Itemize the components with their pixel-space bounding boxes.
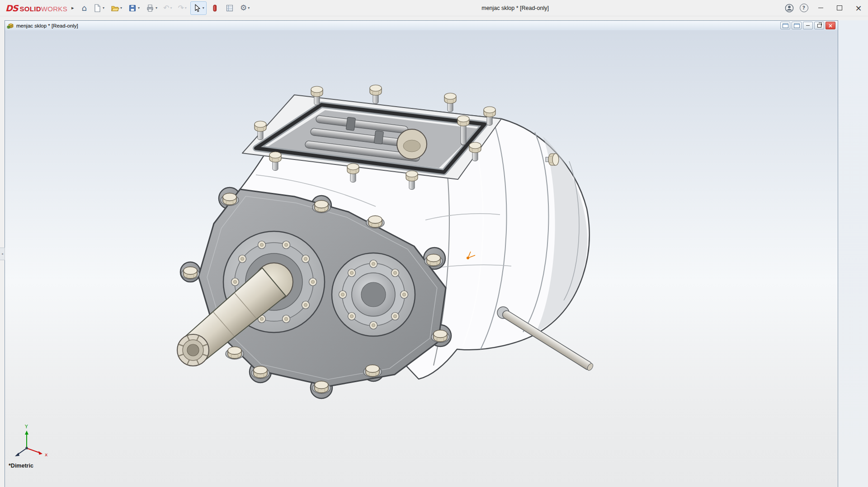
dropdown-arrow-icon: ▾ [170, 6, 172, 10]
select-tool-button[interactable]: ▾ [190, 1, 207, 15]
spline-end [177, 334, 209, 366]
new-document-button[interactable]: ▾ [90, 1, 107, 15]
triad-y-label: Y [24, 424, 28, 430]
graphics-viewport[interactable]: x Y *Dimetric [5, 30, 838, 487]
quick-access-toolbar: ⌂ ▾ ▾ ▾ [80, 1, 252, 15]
feature-pane-collapse-tab[interactable]: ◂ [0, 248, 5, 260]
side-bolt [548, 154, 559, 165]
dropdown-arrow-icon: ▾ [248, 6, 250, 10]
help-button[interactable]: ? [797, 0, 811, 16]
select-cursor-icon [193, 4, 202, 13]
close-icon: × [855, 4, 862, 12]
dropdown-arrow-icon: ▾ [203, 6, 204, 10]
document-title-bar[interactable]: menjac sklop * [Read-only] × [5, 21, 838, 31]
doc-close-icon: × [828, 23, 833, 28]
print-icon [146, 4, 155, 13]
doc-pane-button-2[interactable] [792, 22, 802, 29]
undo-button[interactable]: ↶ ▾ [161, 1, 174, 15]
gearbox-3d-model[interactable]: x Y [5, 30, 838, 487]
window-pane-icon [783, 23, 788, 28]
doc-pane-button-1[interactable] [780, 22, 790, 29]
orientation-triad[interactable]: x Y [15, 424, 48, 458]
account-button[interactable] [782, 0, 797, 16]
save-button[interactable]: ▾ [126, 1, 142, 15]
home-button[interactable]: ⌂ [80, 1, 89, 15]
close-button[interactable]: × [849, 0, 868, 16]
output-bearing-boss [332, 253, 415, 336]
save-floppy-icon [128, 4, 137, 13]
document-title: menjac sklop * [Read-only] [16, 23, 78, 28]
help-icon: ? [800, 4, 808, 12]
doc-restore-button[interactable] [814, 22, 824, 29]
minimize-icon [806, 25, 810, 26]
undo-icon: ↶ [163, 5, 169, 12]
dropdown-arrow-icon: ▾ [156, 6, 157, 10]
dassault-systemes-logo-icon: DS [5, 3, 18, 13]
window-pane-icon [794, 23, 800, 28]
appearance-button[interactable] [208, 1, 222, 15]
restore-icon [817, 24, 821, 28]
document-window-buttons: × [780, 22, 835, 29]
redo-icon: ↷ [178, 5, 184, 12]
logo-text-solid: SOLID [19, 5, 41, 13]
app-title-bar: DS SOLIDWORKS ▸ ⌂ ▾ ▾ ▾ [0, 0, 868, 16]
collapse-arrow-icon: ◂ [1, 252, 3, 256]
home-icon: ⌂ [82, 4, 87, 12]
assembly-document-icon [7, 22, 14, 29]
options-button[interactable]: ⚙ ▾ [238, 1, 252, 15]
gear-icon: ⚙ [240, 4, 247, 12]
open-button[interactable]: ▾ [108, 1, 124, 15]
dropdown-arrow-icon: ▾ [138, 6, 140, 10]
open-folder-icon [110, 4, 119, 13]
document-properties-icon [225, 4, 234, 13]
doc-minimize-button[interactable] [803, 22, 813, 29]
task-pane-strip[interactable] [838, 20, 868, 487]
menu-expand-chevron-icon[interactable]: ▸ [71, 5, 74, 11]
solidworks-logo: DS SOLIDWORKS [5, 3, 67, 13]
document-window: menjac sklop * [Read-only] × [5, 20, 838, 487]
print-button[interactable]: ▾ [143, 1, 160, 15]
new-document-icon [93, 4, 102, 13]
logo-text-works: WORKS [41, 5, 67, 13]
dropdown-arrow-icon: ▾ [185, 6, 187, 10]
user-avatar-icon [784, 3, 794, 13]
view-orientation-label: *Dimetric [9, 463, 33, 469]
redo-button[interactable]: ↷ ▾ [175, 1, 189, 15]
minimize-icon [818, 8, 823, 8]
maximize-icon [837, 5, 842, 10]
dropdown-arrow-icon: ▾ [120, 6, 122, 10]
app-title: menjac sklop * [Read-only] [252, 5, 778, 11]
doc-close-button[interactable]: × [826, 22, 835, 29]
document-properties-button[interactable] [223, 1, 236, 15]
dropdown-arrow-icon: ▾ [103, 6, 104, 10]
minimize-button[interactable] [811, 0, 830, 16]
maximize-button[interactable] [830, 0, 849, 16]
title-bar-right-icons: ? × [782, 0, 868, 16]
triad-x-label: x [45, 452, 48, 458]
appearance-icon [210, 4, 219, 13]
